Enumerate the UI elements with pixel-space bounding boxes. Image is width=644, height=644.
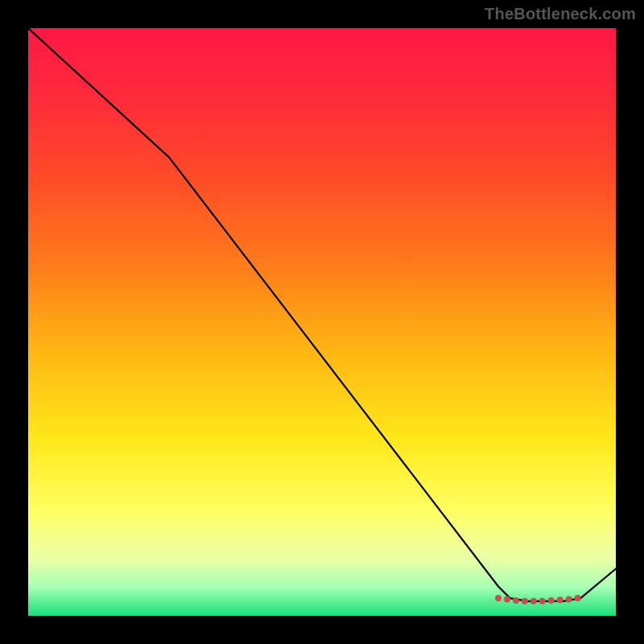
marker-dot [548,597,555,604]
gradient-background [28,28,616,616]
chart-frame: TheBottleneck.com [0,0,644,644]
marker-dot [575,595,581,601]
marker-dot [557,597,564,603]
marker-dot [522,598,528,605]
marker-dot [495,595,502,601]
marker-dot [504,597,510,603]
plot-area [28,28,616,616]
chart-svg [28,28,616,616]
watermark-text: TheBottleneck.com [485,5,636,23]
marker-dot [530,598,537,605]
marker-dot [539,598,546,605]
marker-dot [566,597,572,603]
marker-dot [513,597,519,604]
